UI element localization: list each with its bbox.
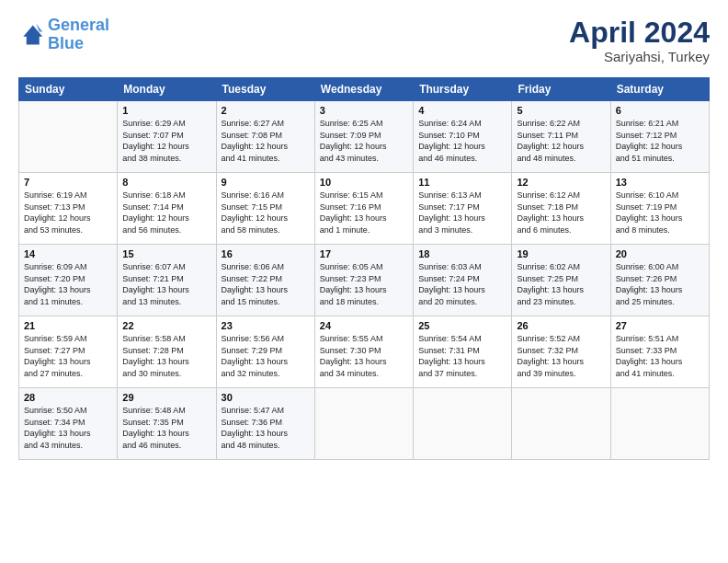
day-info: Sunrise: 5:51 AMSunset: 7:33 PMDaylight:… [616, 333, 704, 379]
day-info: Sunrise: 5:55 AMSunset: 7:30 PMDaylight:… [320, 333, 408, 379]
day-info: Sunrise: 5:48 AMSunset: 7:35 PMDaylight:… [122, 405, 210, 451]
day-info: Sunrise: 5:54 AMSunset: 7:31 PMDaylight:… [418, 333, 506, 379]
day-number: 17 [320, 248, 408, 259]
day-info: Sunrise: 6:29 AMSunset: 7:07 PMDaylight:… [122, 118, 210, 164]
day-cell: 3Sunrise: 6:25 AMSunset: 7:09 PMDaylight… [314, 101, 413, 173]
day-info: Sunrise: 5:50 AMSunset: 7:34 PMDaylight:… [24, 405, 112, 451]
day-number: 7 [24, 177, 112, 188]
day-cell: 30Sunrise: 5:47 AMSunset: 7:36 PMDayligh… [216, 388, 314, 460]
calendar-table: Sunday Monday Tuesday Wednesday Thursday… [18, 77, 710, 460]
day-cell: 26Sunrise: 5:52 AMSunset: 7:32 PMDayligh… [512, 316, 610, 388]
day-info: Sunrise: 6:02 AMSunset: 7:25 PMDaylight:… [517, 261, 605, 307]
day-cell: 15Sunrise: 6:07 AMSunset: 7:21 PMDayligh… [118, 245, 216, 316]
col-tuesday: Tuesday [216, 78, 314, 101]
col-saturday: Saturday [610, 78, 709, 101]
day-info: Sunrise: 5:52 AMSunset: 7:32 PMDaylight:… [517, 333, 605, 379]
title-block: April 2024 Sariyahsi, Turkey [569, 17, 710, 64]
day-cell: 14Sunrise: 6:09 AMSunset: 7:20 PMDayligh… [19, 245, 118, 316]
day-number: 12 [517, 177, 605, 188]
page: GeneralBlue April 2024 Sariyahsi, Turkey… [0, 0, 728, 469]
day-cell: 29Sunrise: 5:48 AMSunset: 7:35 PMDayligh… [118, 388, 216, 460]
col-sunday: Sunday [19, 78, 118, 101]
day-cell [314, 388, 413, 460]
day-number: 1 [122, 105, 210, 116]
day-cell [19, 101, 118, 173]
day-number: 13 [616, 177, 704, 188]
day-cell: 25Sunrise: 5:54 AMSunset: 7:31 PMDayligh… [414, 316, 512, 388]
header: GeneralBlue April 2024 Sariyahsi, Turkey [18, 17, 710, 64]
day-number: 9 [222, 177, 310, 188]
day-cell: 21Sunrise: 5:59 AMSunset: 7:27 PMDayligh… [19, 316, 118, 388]
week-row-2: 7Sunrise: 6:19 AMSunset: 7:13 PMDaylight… [19, 173, 710, 245]
day-number: 11 [418, 177, 506, 188]
day-info: Sunrise: 5:59 AMSunset: 7:27 PMDaylight:… [24, 333, 112, 379]
week-row-3: 14Sunrise: 6:09 AMSunset: 7:20 PMDayligh… [19, 245, 710, 316]
day-number: 3 [320, 105, 408, 116]
day-info: Sunrise: 5:47 AMSunset: 7:36 PMDaylight:… [222, 405, 310, 451]
day-info: Sunrise: 6:00 AMSunset: 7:26 PMDaylight:… [616, 261, 704, 307]
day-cell: 1Sunrise: 6:29 AMSunset: 7:07 PMDaylight… [118, 101, 216, 173]
day-info: Sunrise: 6:16 AMSunset: 7:15 PMDaylight:… [222, 190, 310, 236]
day-cell: 4Sunrise: 6:24 AMSunset: 7:10 PMDaylight… [414, 101, 512, 173]
week-row-4: 21Sunrise: 5:59 AMSunset: 7:27 PMDayligh… [19, 316, 710, 388]
day-cell: 23Sunrise: 5:56 AMSunset: 7:29 PMDayligh… [216, 316, 314, 388]
col-monday: Monday [118, 78, 216, 101]
day-number: 8 [122, 177, 210, 188]
day-number: 6 [616, 105, 704, 116]
day-cell: 6Sunrise: 6:21 AMSunset: 7:12 PMDaylight… [610, 101, 709, 173]
day-number: 21 [24, 320, 112, 331]
day-cell: 10Sunrise: 6:15 AMSunset: 7:16 PMDayligh… [314, 173, 413, 245]
day-cell [414, 388, 512, 460]
day-cell: 20Sunrise: 6:00 AMSunset: 7:26 PMDayligh… [610, 245, 709, 316]
location: Sariyahsi, Turkey [569, 49, 710, 64]
day-cell: 5Sunrise: 6:22 AMSunset: 7:11 PMDaylight… [512, 101, 610, 173]
day-cell: 7Sunrise: 6:19 AMSunset: 7:13 PMDaylight… [19, 173, 118, 245]
day-info: Sunrise: 6:09 AMSunset: 7:20 PMDaylight:… [24, 261, 112, 307]
day-number: 5 [517, 105, 605, 116]
day-number: 27 [616, 320, 704, 331]
col-thursday: Thursday [414, 78, 512, 101]
day-info: Sunrise: 6:12 AMSunset: 7:18 PMDaylight:… [517, 190, 605, 236]
day-info: Sunrise: 6:19 AMSunset: 7:13 PMDaylight:… [24, 190, 112, 236]
day-info: Sunrise: 6:24 AMSunset: 7:10 PMDaylight:… [418, 118, 506, 164]
week-row-1: 1Sunrise: 6:29 AMSunset: 7:07 PMDaylight… [19, 101, 710, 173]
day-cell [610, 388, 709, 460]
day-number: 22 [122, 320, 210, 331]
day-number: 19 [517, 248, 605, 259]
day-cell: 24Sunrise: 5:55 AMSunset: 7:30 PMDayligh… [314, 316, 413, 388]
day-number: 10 [320, 177, 408, 188]
logo: GeneralBlue [18, 17, 109, 53]
day-cell: 11Sunrise: 6:13 AMSunset: 7:17 PMDayligh… [414, 173, 512, 245]
day-info: Sunrise: 6:05 AMSunset: 7:23 PMDaylight:… [320, 261, 408, 307]
day-number: 26 [517, 320, 605, 331]
day-number: 28 [24, 392, 112, 403]
day-number: 24 [320, 320, 408, 331]
day-info: Sunrise: 6:25 AMSunset: 7:09 PMDaylight:… [320, 118, 408, 164]
day-number: 4 [418, 105, 506, 116]
day-info: Sunrise: 6:22 AMSunset: 7:11 PMDaylight:… [517, 118, 605, 164]
logo-icon [18, 22, 44, 48]
day-cell: 16Sunrise: 6:06 AMSunset: 7:22 PMDayligh… [216, 245, 314, 316]
day-cell: 28Sunrise: 5:50 AMSunset: 7:34 PMDayligh… [19, 388, 118, 460]
day-cell: 27Sunrise: 5:51 AMSunset: 7:33 PMDayligh… [610, 316, 709, 388]
header-row: Sunday Monday Tuesday Wednesday Thursday… [19, 78, 710, 101]
day-cell: 12Sunrise: 6:12 AMSunset: 7:18 PMDayligh… [512, 173, 610, 245]
day-number: 25 [418, 320, 506, 331]
day-info: Sunrise: 6:21 AMSunset: 7:12 PMDaylight:… [616, 118, 704, 164]
day-cell: 9Sunrise: 6:16 AMSunset: 7:15 PMDaylight… [216, 173, 314, 245]
day-number: 16 [222, 248, 310, 259]
col-friday: Friday [512, 78, 610, 101]
month-title: April 2024 [569, 17, 710, 49]
day-info: Sunrise: 5:56 AMSunset: 7:29 PMDaylight:… [222, 333, 310, 379]
day-number: 29 [122, 392, 210, 403]
col-wednesday: Wednesday [314, 78, 413, 101]
day-info: Sunrise: 6:07 AMSunset: 7:21 PMDaylight:… [122, 261, 210, 307]
day-cell: 8Sunrise: 6:18 AMSunset: 7:14 PMDaylight… [118, 173, 216, 245]
day-cell: 13Sunrise: 6:10 AMSunset: 7:19 PMDayligh… [610, 173, 709, 245]
day-info: Sunrise: 6:13 AMSunset: 7:17 PMDaylight:… [418, 190, 506, 236]
day-number: 2 [222, 105, 310, 116]
day-info: Sunrise: 6:18 AMSunset: 7:14 PMDaylight:… [122, 190, 210, 236]
day-number: 14 [24, 248, 112, 259]
day-cell: 17Sunrise: 6:05 AMSunset: 7:23 PMDayligh… [314, 245, 413, 316]
day-cell [512, 388, 610, 460]
